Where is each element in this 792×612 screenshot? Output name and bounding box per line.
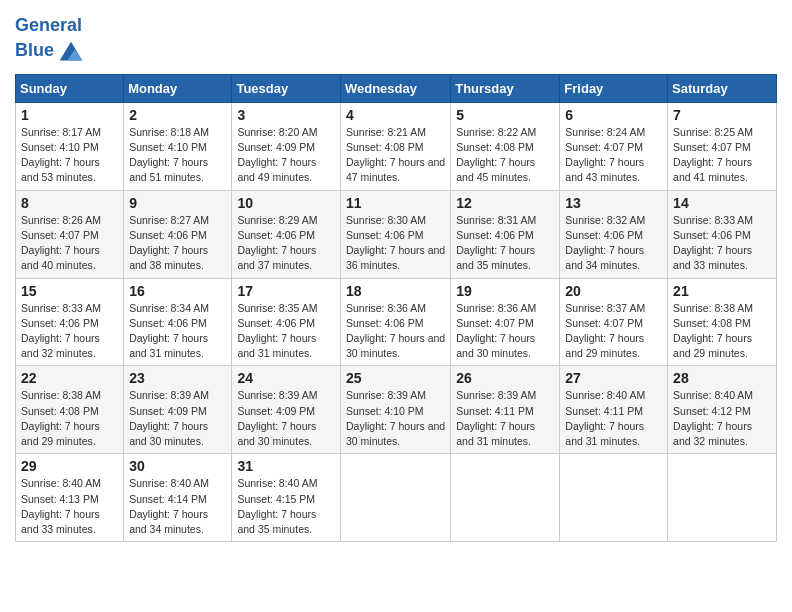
day-info: Sunrise: 8:40 AMSunset: 4:12 PMDaylight:… (673, 388, 771, 449)
header: General Blue (15, 10, 777, 66)
calendar-cell (451, 454, 560, 542)
day-info: Sunrise: 8:21 AMSunset: 4:08 PMDaylight:… (346, 125, 445, 186)
day-info: Sunrise: 8:37 AMSunset: 4:07 PMDaylight:… (565, 301, 662, 362)
day-info: Sunrise: 8:20 AMSunset: 4:09 PMDaylight:… (237, 125, 335, 186)
day-info: Sunrise: 8:33 AMSunset: 4:06 PMDaylight:… (673, 213, 771, 274)
calendar-cell: 21Sunrise: 8:38 AMSunset: 4:08 PMDayligh… (668, 278, 777, 366)
calendar-cell: 20Sunrise: 8:37 AMSunset: 4:07 PMDayligh… (560, 278, 668, 366)
day-number: 8 (21, 195, 118, 211)
day-number: 30 (129, 458, 226, 474)
calendar-cell: 17Sunrise: 8:35 AMSunset: 4:06 PMDayligh… (232, 278, 341, 366)
calendar-cell: 14Sunrise: 8:33 AMSunset: 4:06 PMDayligh… (668, 190, 777, 278)
calendar-cell: 18Sunrise: 8:36 AMSunset: 4:06 PMDayligh… (340, 278, 450, 366)
day-number: 16 (129, 283, 226, 299)
day-number: 15 (21, 283, 118, 299)
day-number: 3 (237, 107, 335, 123)
day-number: 28 (673, 370, 771, 386)
calendar-cell: 22Sunrise: 8:38 AMSunset: 4:08 PMDayligh… (16, 366, 124, 454)
day-info: Sunrise: 8:17 AMSunset: 4:10 PMDaylight:… (21, 125, 118, 186)
day-number: 12 (456, 195, 554, 211)
day-info: Sunrise: 8:31 AMSunset: 4:06 PMDaylight:… (456, 213, 554, 274)
logo-text-blue: Blue (15, 41, 54, 61)
calendar-body: 1Sunrise: 8:17 AMSunset: 4:10 PMDaylight… (16, 102, 777, 541)
week-row-1: 1Sunrise: 8:17 AMSunset: 4:10 PMDaylight… (16, 102, 777, 190)
day-info: Sunrise: 8:36 AMSunset: 4:07 PMDaylight:… (456, 301, 554, 362)
day-number: 26 (456, 370, 554, 386)
calendar-cell: 25Sunrise: 8:39 AMSunset: 4:10 PMDayligh… (340, 366, 450, 454)
day-number: 25 (346, 370, 445, 386)
calendar-cell: 15Sunrise: 8:33 AMSunset: 4:06 PMDayligh… (16, 278, 124, 366)
day-number: 21 (673, 283, 771, 299)
day-number: 29 (21, 458, 118, 474)
calendar-cell: 12Sunrise: 8:31 AMSunset: 4:06 PMDayligh… (451, 190, 560, 278)
calendar-cell: 27Sunrise: 8:40 AMSunset: 4:11 PMDayligh… (560, 366, 668, 454)
week-row-3: 15Sunrise: 8:33 AMSunset: 4:06 PMDayligh… (16, 278, 777, 366)
day-info: Sunrise: 8:39 AMSunset: 4:11 PMDaylight:… (456, 388, 554, 449)
day-number: 27 (565, 370, 662, 386)
day-info: Sunrise: 8:18 AMSunset: 4:10 PMDaylight:… (129, 125, 226, 186)
calendar-cell: 16Sunrise: 8:34 AMSunset: 4:06 PMDayligh… (124, 278, 232, 366)
day-number: 5 (456, 107, 554, 123)
day-number: 13 (565, 195, 662, 211)
calendar: SundayMondayTuesdayWednesdayThursdayFrid… (15, 74, 777, 542)
weekday-header-row: SundayMondayTuesdayWednesdayThursdayFrid… (16, 74, 777, 102)
calendar-cell (668, 454, 777, 542)
weekday-header-friday: Friday (560, 74, 668, 102)
calendar-cell: 23Sunrise: 8:39 AMSunset: 4:09 PMDayligh… (124, 366, 232, 454)
day-info: Sunrise: 8:38 AMSunset: 4:08 PMDaylight:… (673, 301, 771, 362)
calendar-cell: 28Sunrise: 8:40 AMSunset: 4:12 PMDayligh… (668, 366, 777, 454)
day-number: 4 (346, 107, 445, 123)
logo: General Blue (15, 16, 86, 66)
calendar-cell: 24Sunrise: 8:39 AMSunset: 4:09 PMDayligh… (232, 366, 341, 454)
calendar-cell: 6Sunrise: 8:24 AMSunset: 4:07 PMDaylight… (560, 102, 668, 190)
day-number: 18 (346, 283, 445, 299)
calendar-cell (560, 454, 668, 542)
day-number: 11 (346, 195, 445, 211)
logo-text-general: General (15, 16, 86, 36)
week-row-5: 29Sunrise: 8:40 AMSunset: 4:13 PMDayligh… (16, 454, 777, 542)
day-info: Sunrise: 8:34 AMSunset: 4:06 PMDaylight:… (129, 301, 226, 362)
day-number: 24 (237, 370, 335, 386)
day-number: 9 (129, 195, 226, 211)
day-number: 22 (21, 370, 118, 386)
calendar-header: SundayMondayTuesdayWednesdayThursdayFrid… (16, 74, 777, 102)
weekday-header-wednesday: Wednesday (340, 74, 450, 102)
day-info: Sunrise: 8:36 AMSunset: 4:06 PMDaylight:… (346, 301, 445, 362)
day-number: 14 (673, 195, 771, 211)
day-info: Sunrise: 8:27 AMSunset: 4:06 PMDaylight:… (129, 213, 226, 274)
calendar-cell: 4Sunrise: 8:21 AMSunset: 4:08 PMDaylight… (340, 102, 450, 190)
day-info: Sunrise: 8:39 AMSunset: 4:09 PMDaylight:… (129, 388, 226, 449)
day-number: 23 (129, 370, 226, 386)
calendar-cell (340, 454, 450, 542)
day-info: Sunrise: 8:40 AMSunset: 4:14 PMDaylight:… (129, 476, 226, 537)
day-info: Sunrise: 8:33 AMSunset: 4:06 PMDaylight:… (21, 301, 118, 362)
day-info: Sunrise: 8:32 AMSunset: 4:06 PMDaylight:… (565, 213, 662, 274)
day-number: 2 (129, 107, 226, 123)
day-info: Sunrise: 8:25 AMSunset: 4:07 PMDaylight:… (673, 125, 771, 186)
calendar-cell: 31Sunrise: 8:40 AMSunset: 4:15 PMDayligh… (232, 454, 341, 542)
calendar-cell: 9Sunrise: 8:27 AMSunset: 4:06 PMDaylight… (124, 190, 232, 278)
day-info: Sunrise: 8:29 AMSunset: 4:06 PMDaylight:… (237, 213, 335, 274)
calendar-cell: 2Sunrise: 8:18 AMSunset: 4:10 PMDaylight… (124, 102, 232, 190)
calendar-cell: 19Sunrise: 8:36 AMSunset: 4:07 PMDayligh… (451, 278, 560, 366)
day-number: 7 (673, 107, 771, 123)
day-number: 1 (21, 107, 118, 123)
calendar-cell: 8Sunrise: 8:26 AMSunset: 4:07 PMDaylight… (16, 190, 124, 278)
day-info: Sunrise: 8:30 AMSunset: 4:06 PMDaylight:… (346, 213, 445, 274)
day-number: 31 (237, 458, 335, 474)
weekday-header-monday: Monday (124, 74, 232, 102)
day-number: 19 (456, 283, 554, 299)
logo-icon (56, 36, 86, 66)
week-row-4: 22Sunrise: 8:38 AMSunset: 4:08 PMDayligh… (16, 366, 777, 454)
calendar-cell: 29Sunrise: 8:40 AMSunset: 4:13 PMDayligh… (16, 454, 124, 542)
day-info: Sunrise: 8:39 AMSunset: 4:09 PMDaylight:… (237, 388, 335, 449)
day-info: Sunrise: 8:24 AMSunset: 4:07 PMDaylight:… (565, 125, 662, 186)
calendar-cell: 10Sunrise: 8:29 AMSunset: 4:06 PMDayligh… (232, 190, 341, 278)
weekday-header-sunday: Sunday (16, 74, 124, 102)
day-info: Sunrise: 8:39 AMSunset: 4:10 PMDaylight:… (346, 388, 445, 449)
day-number: 20 (565, 283, 662, 299)
day-info: Sunrise: 8:26 AMSunset: 4:07 PMDaylight:… (21, 213, 118, 274)
weekday-header-thursday: Thursday (451, 74, 560, 102)
calendar-cell: 7Sunrise: 8:25 AMSunset: 4:07 PMDaylight… (668, 102, 777, 190)
weekday-header-saturday: Saturday (668, 74, 777, 102)
